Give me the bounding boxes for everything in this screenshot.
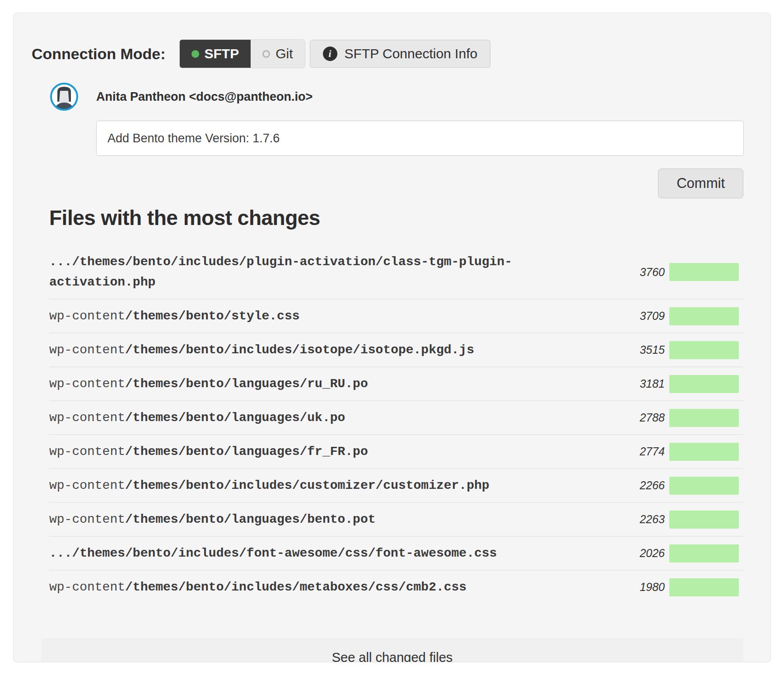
connection-mode-label: Connection Mode:	[32, 45, 166, 63]
file-row: wp-content/themes/bento/includes/isotope…	[49, 333, 743, 366]
file-path: wp-content/themes/bento/languages/fr_FR.…	[49, 441, 606, 462]
file-row: wp-content/themes/bento/languages/fr_FR.…	[49, 434, 743, 468]
change-count: 2026	[606, 547, 665, 560]
file-path: .../themes/bento/includes/plugin-activat…	[49, 252, 606, 292]
file-path: .../themes/bento/includes/font-awesome/c…	[49, 543, 606, 563]
file-path: wp-content/themes/bento/languages/ru_RU.…	[49, 374, 606, 394]
change-count: 3181	[606, 377, 665, 390]
file-path: wp-content/themes/bento/includes/isotope…	[49, 340, 606, 360]
file-row: .../themes/bento/includes/font-awesome/c…	[49, 536, 743, 570]
commit-message-input[interactable]	[96, 121, 744, 156]
change-count: 2788	[606, 411, 665, 424]
changes-bar	[669, 511, 739, 529]
commit-panel-card: Connection Mode: SFTP Git i SFTP Connect…	[13, 13, 771, 662]
file-row: wp-content/themes/bento/style.css 3709	[49, 299, 743, 333]
file-path: wp-content/themes/bento/includes/customi…	[49, 475, 606, 496]
git-mode-button[interactable]: Git	[251, 40, 304, 68]
changes-bar	[669, 544, 739, 562]
changes-bar	[669, 443, 739, 461]
avatar	[49, 82, 79, 112]
commit-author: Anita Pantheon <docs@pantheon.io>	[96, 90, 313, 104]
file-row: wp-content/themes/bento/includes/customi…	[49, 468, 743, 502]
changes-bar	[669, 477, 739, 495]
change-count: 2266	[606, 479, 665, 492]
changes-bar	[669, 307, 739, 325]
change-count: 3515	[606, 343, 665, 356]
radio-selected-icon	[191, 50, 199, 58]
changes-bar	[669, 341, 739, 359]
changes-bar	[669, 409, 739, 427]
commit-block: Anita Pantheon <docs@pantheon.io> Commit	[49, 82, 743, 198]
files-section: Files with the most changes .../themes/b…	[49, 206, 743, 604]
commit-row: Commit	[49, 169, 743, 198]
git-mode-label: Git	[275, 46, 293, 61]
sftp-mode-label: SFTP	[205, 46, 239, 61]
info-circle-icon: i	[323, 47, 337, 61]
sftp-connection-info-button[interactable]: i SFTP Connection Info	[310, 40, 491, 68]
change-count: 2774	[606, 445, 665, 458]
file-path: wp-content/themes/bento/includes/metabox…	[49, 577, 606, 597]
file-path: wp-content/themes/bento/style.css	[49, 306, 606, 326]
changes-bar	[669, 375, 739, 393]
connection-mode-row: Connection Mode: SFTP Git i SFTP Connect…	[32, 39, 743, 68]
change-count: 3709	[606, 309, 665, 323]
changes-bar	[669, 263, 739, 281]
connection-mode-toggle: SFTP Git	[179, 39, 305, 68]
file-row: wp-content/themes/bento/languages/ru_RU.…	[49, 366, 743, 400]
sftp-connection-info-label: SFTP Connection Info	[345, 46, 478, 61]
file-row: wp-content/themes/bento/languages/uk.po …	[49, 400, 743, 434]
file-row: .../themes/bento/includes/plugin-activat…	[49, 245, 743, 299]
commit-button[interactable]: Commit	[658, 169, 743, 198]
change-count: 3760	[606, 266, 665, 279]
file-row: wp-content/themes/bento/languages/bento.…	[49, 502, 743, 536]
change-count: 2263	[606, 513, 665, 526]
author-row: Anita Pantheon <docs@pantheon.io>	[49, 82, 743, 112]
change-count: 1980	[606, 581, 665, 594]
file-path: wp-content/themes/bento/languages/uk.po	[49, 408, 606, 428]
file-list: .../themes/bento/includes/plugin-activat…	[49, 245, 743, 604]
changes-bar	[669, 578, 739, 596]
files-heading: Files with the most changes	[49, 206, 743, 230]
file-row: wp-content/themes/bento/includes/metabox…	[49, 570, 743, 604]
see-all-changed-files-button[interactable]: See all changed files	[41, 638, 743, 662]
file-path: wp-content/themes/bento/languages/bento.…	[49, 509, 606, 530]
sftp-mode-button[interactable]: SFTP	[180, 40, 251, 68]
radio-unselected-icon	[262, 50, 270, 58]
